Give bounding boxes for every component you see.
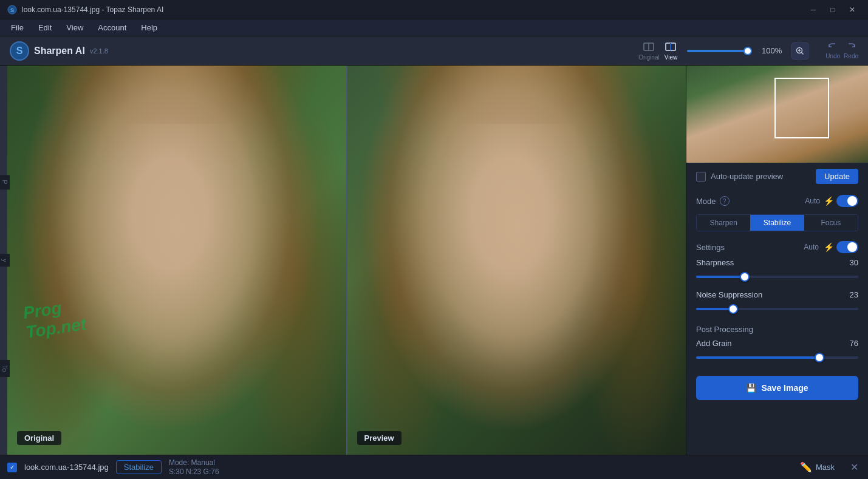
window-title: look.com.ua-135744.jpg - Topaz Sharpen A…	[22, 5, 163, 14]
maximize-button[interactable]: □	[824, 4, 841, 16]
status-params: S:30 N:23 G:76	[169, 467, 219, 476]
original-label-badge: Original	[17, 431, 61, 445]
app-version: v2.1.8	[90, 47, 108, 55]
sidebar-vert-label3: To	[0, 360, 10, 377]
save-icon: 💾	[746, 383, 756, 393]
mode-help-icon[interactable]: ?	[720, 196, 730, 206]
sidebar-vert-label: y	[0, 254, 10, 267]
menu-edit[interactable]: Edit	[32, 21, 58, 34]
mask-label: Mask	[816, 463, 835, 472]
noise-suppression-slider[interactable]	[696, 303, 858, 315]
zoom-button[interactable]	[791, 42, 808, 59]
main-content: y P To ProgTop.net Original Preview	[0, 66, 868, 455]
sharpness-slider[interactable]	[696, 271, 858, 283]
original-panel: ProgTop.net Original	[7, 66, 346, 455]
title-bar-left: S look.com.ua-135744.jpg - Topaz Sharpen…	[7, 5, 163, 15]
menu-account[interactable]: Account	[92, 21, 132, 34]
close-status-button[interactable]: ✕	[848, 459, 861, 475]
image-area: y P To ProgTop.net Original Preview	[0, 66, 686, 455]
preview-label-badge: Preview	[357, 431, 402, 445]
right-panel: Auto-update preview Update Mode ? Auto ⚡…	[686, 66, 868, 455]
settings-lightning-icon: ⚡	[824, 242, 834, 252]
window-controls: ─ □ ✕	[805, 4, 861, 16]
auto-update-row: Auto-update preview Update	[686, 163, 868, 190]
settings-label: Settings	[696, 243, 804, 252]
minimize-button[interactable]: ─	[805, 4, 822, 16]
mask-icon: ✏️	[800, 461, 812, 473]
mask-button[interactable]: ✏️ Mask	[794, 459, 841, 475]
menu-view[interactable]: View	[60, 21, 89, 34]
logo-icon: S	[10, 41, 29, 61]
settings-toggle-switch[interactable]	[836, 241, 858, 253]
save-label: Save Image	[761, 383, 808, 393]
mode-tabs: Sharpen Stabilize Focus	[696, 214, 858, 231]
svg-text:S: S	[10, 7, 14, 13]
original-view-button[interactable]: Original	[638, 41, 659, 61]
close-button[interactable]: ✕	[844, 4, 861, 16]
split-label: View	[665, 54, 678, 61]
noise-suppression-label: Noise Suppression	[696, 290, 762, 299]
header-toolbar: S Sharpen AI v2.1.8 Original View	[0, 36, 868, 66]
split-slider[interactable]	[687, 50, 748, 52]
sharpness-label: Sharpness	[696, 258, 734, 267]
post-processing-label: Post Processing	[686, 320, 868, 336]
settings-auto: Auto	[804, 243, 819, 251]
status-checkbox[interactable]: ✓	[7, 463, 17, 472]
lightning-icon: ⚡	[824, 196, 834, 206]
tab-stabilize[interactable]: Stabilize	[750, 215, 804, 231]
thumbnail-image	[686, 66, 868, 163]
noise-suppression-section: Noise Suppression 23	[686, 288, 868, 320]
update-button[interactable]: Update	[816, 169, 858, 184]
mode-row: Mode ? Auto ⚡	[686, 190, 868, 212]
thumbnail	[686, 66, 868, 163]
mode-label: Mode	[696, 197, 716, 206]
tab-sharpen[interactable]: Sharpen	[697, 215, 750, 231]
status-info-block: Mode: Manual S:30 N:23 G:76	[169, 458, 219, 476]
undo-button[interactable]: Undo	[825, 42, 840, 59]
title-bar: S look.com.ua-135744.jpg - Topaz Sharpen…	[0, 0, 868, 19]
view-controls: Original View 100%	[638, 41, 808, 61]
mode-value: Auto	[805, 197, 820, 205]
view-btn-group: Original View	[638, 41, 677, 61]
app-icon: S	[7, 5, 17, 15]
status-mode-button[interactable]: Stabilize	[116, 460, 162, 474]
menu-bar: File Edit View Account Help	[0, 19, 868, 36]
add-grain-section: Add Grain 76	[686, 336, 868, 369]
redo-button[interactable]: Redo	[844, 42, 858, 59]
save-image-button[interactable]: 💾 Save Image	[696, 376, 858, 400]
preview-panel: Preview	[347, 66, 686, 455]
noise-suppression-value: 23	[850, 290, 858, 299]
status-bar: ✓ look.com.ua-135744.jpg Stabilize Mode:…	[0, 455, 868, 479]
settings-row: Settings Auto ⚡	[686, 236, 868, 256]
zoom-level: 100%	[757, 46, 782, 55]
sidebar-vert-label2: P	[0, 175, 10, 189]
app-logo: S Sharpen AI v2.1.8	[10, 41, 108, 61]
add-grain-slider[interactable]	[696, 352, 858, 364]
auto-update-checkbox[interactable]	[696, 172, 706, 182]
tab-focus[interactable]: Focus	[804, 215, 858, 231]
undo-redo-group: Undo Redo	[825, 42, 858, 59]
menu-help[interactable]: Help	[135, 21, 163, 34]
add-grain-label: Add Grain	[696, 339, 732, 348]
auto-update-label: Auto-update preview	[711, 172, 811, 181]
add-grain-value: 76	[850, 339, 858, 348]
svg-line-7	[801, 52, 803, 54]
original-label: Original	[638, 54, 659, 61]
menu-file[interactable]: File	[5, 21, 30, 34]
status-filename: look.com.ua-135744.jpg	[24, 463, 109, 472]
sharpness-value: 30	[850, 258, 858, 267]
settings-lightning-toggle[interactable]: ⚡	[824, 241, 858, 253]
split-view-button[interactable]: View	[665, 41, 678, 61]
mode-toggle-switch[interactable]	[836, 195, 858, 207]
sharpness-section: Sharpness 30	[686, 256, 868, 288]
status-mode-info: Mode: Manual	[169, 458, 219, 467]
app-title: Sharpen AI	[34, 46, 85, 56]
mode-lightning-toggle[interactable]: ⚡	[824, 195, 858, 207]
